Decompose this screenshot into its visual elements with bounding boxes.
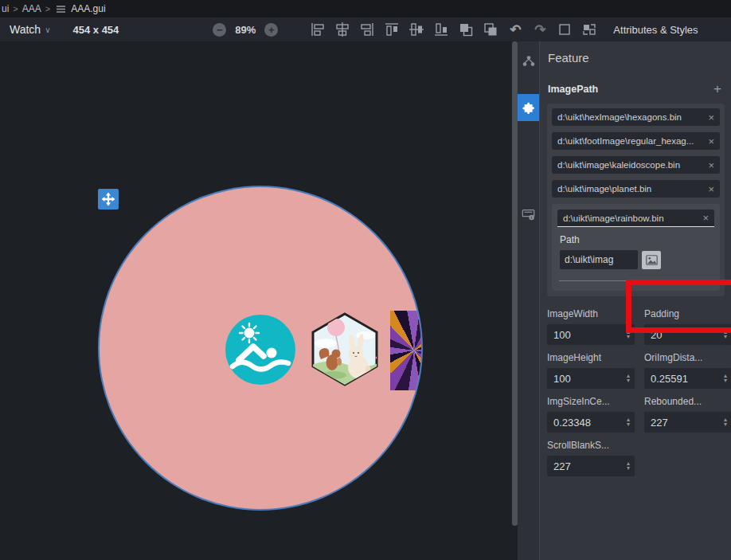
breadcrumb: ui > AAA > AAA.gui xyxy=(0,0,731,18)
feature-section-title: Feature xyxy=(548,51,725,65)
kaleidoscope-item-image[interactable] xyxy=(390,311,421,390)
zoom-out-button[interactable]: − xyxy=(213,23,226,37)
group-separator xyxy=(559,280,713,281)
canvas-vertical-scrollbar[interactable] xyxy=(512,41,518,526)
alignment-toolbar: ↶ ↷ xyxy=(310,22,597,37)
layout-swap-icon[interactable] xyxy=(581,22,597,37)
imagepath-row[interactable]: d:\uikt\image\planet.bin × xyxy=(552,180,720,198)
align-center-horizontal-icon[interactable] xyxy=(334,22,350,37)
imagepath-value: d:\uikt\footImage\regular_hexag... xyxy=(557,136,705,146)
toolbar: Watch ∨ 454 x 454 − 89% + xyxy=(0,18,731,41)
remove-path-icon[interactable]: × xyxy=(702,212,709,224)
field-label: Rebounded... xyxy=(644,396,731,407)
imagewidth-input[interactable] xyxy=(547,329,622,341)
breadcrumb-item-ui[interactable]: ui xyxy=(2,3,9,14)
field-padding: Padding ▴▾ xyxy=(644,308,731,345)
move-handle-icon[interactable] xyxy=(98,189,119,210)
field-label: ImageHeight xyxy=(547,352,635,363)
bunny-hexagon-item-image[interactable] xyxy=(310,311,380,387)
imagepath-expanded-group: d:\uikt\image\rainbow.bin × Path xyxy=(552,204,720,291)
field-label: Padding xyxy=(644,308,731,319)
field-imgsizeincenter: ImgSizeInCe... ▴▾ xyxy=(547,396,635,433)
remove-path-icon[interactable]: × xyxy=(708,112,714,123)
imgsizeincenter-input[interactable] xyxy=(547,417,622,429)
watch-label: Watch xyxy=(10,23,41,36)
stepper-buttons[interactable]: ▴▾ xyxy=(719,330,731,339)
breadcrumb-separator: > xyxy=(13,4,18,14)
gui-file-icon xyxy=(56,5,66,14)
align-right-icon[interactable] xyxy=(359,22,375,37)
send-backward-icon[interactable] xyxy=(483,22,498,37)
oriimgdistance-input[interactable] xyxy=(644,373,719,385)
add-imagepath-button[interactable]: + xyxy=(711,82,724,96)
align-bottom-icon[interactable] xyxy=(433,22,449,37)
remove-path-icon[interactable]: × xyxy=(708,183,714,195)
selection-box-icon[interactable] xyxy=(557,22,573,37)
app-window: ui > AAA > AAA.gui Watch ∨ 454 x 454 − 8… xyxy=(0,0,731,560)
imagepath-row[interactable]: d:\uikt\footImage\regular_hexag... × xyxy=(552,132,720,150)
bring-forward-icon[interactable] xyxy=(458,22,474,37)
attributes-panel: Feature ImagePath + d:\uikt\hexImage\hex… xyxy=(539,41,731,560)
redo-icon[interactable]: ↷ xyxy=(532,22,548,37)
imagepath-row[interactable]: d:\uikt\image\kaleidoscope.bin × xyxy=(552,156,720,174)
zoom-level: 89% xyxy=(235,24,256,36)
breadcrumb-file[interactable]: AAA.gui xyxy=(71,3,105,14)
imagepath-value: d:\uikt\image\kaleidoscope.bin xyxy=(557,160,705,170)
imagepath-header: ImagePath + xyxy=(548,82,724,96)
imagepath-list: d:\uikt\hexImage\hexagons.bin × d:\uikt\… xyxy=(547,104,725,296)
feature-tab-icon[interactable] xyxy=(518,94,539,121)
stepper-buttons[interactable]: ▴▾ xyxy=(719,374,731,383)
rebounded-input[interactable] xyxy=(644,417,719,429)
field-label: OriImgDista... xyxy=(644,352,731,363)
stepper-buttons[interactable]: ▴▾ xyxy=(622,330,635,339)
imagepath-value: d:\uikt\hexImage\hexagons.bin xyxy=(557,112,705,122)
align-left-icon[interactable] xyxy=(310,22,326,37)
path-input[interactable] xyxy=(560,250,638,269)
circular-scrollview-widget[interactable] xyxy=(100,187,421,509)
panel-title: Attributes & Styles xyxy=(613,24,698,36)
stepper-buttons[interactable]: ▴▾ xyxy=(622,461,635,471)
path-field-label: Path xyxy=(560,234,714,245)
canvas-dimensions: 454 x 454 xyxy=(72,24,119,36)
stepper-buttons[interactable]: ▴▾ xyxy=(719,417,731,427)
imagepath-label: ImagePath xyxy=(548,84,598,95)
feature-fields: ImageWidth ▴▾ Padding ▴▾ Image xyxy=(547,308,725,484)
field-imageheight: ImageHeight ▴▾ xyxy=(547,352,635,389)
field-imagewidth: ImageWidth ▴▾ xyxy=(547,308,635,345)
align-top-icon[interactable] xyxy=(384,22,400,37)
field-oriimgdistance: OriImgDista... ▴▾ xyxy=(644,352,731,389)
imageheight-input[interactable] xyxy=(547,373,622,385)
field-label: ImgSizeInCe... xyxy=(547,396,635,407)
breadcrumb-item-aaa[interactable]: AAA xyxy=(22,3,41,14)
image-picker-button[interactable] xyxy=(642,251,661,269)
remove-path-icon[interactable]: × xyxy=(708,159,714,171)
scrollblanksize-input[interactable] xyxy=(547,460,622,472)
breadcrumb-separator: > xyxy=(45,4,50,14)
remove-path-icon[interactable]: × xyxy=(708,135,714,147)
zoom-in-button[interactable]: + xyxy=(264,23,278,37)
chevron-down-icon: ∨ xyxy=(45,25,50,34)
field-label: ImageWidth xyxy=(547,308,635,319)
field-scrollblanksize: ScrollBlankS... ▴▾ xyxy=(547,440,635,476)
watch-dropdown[interactable]: Watch ∨ xyxy=(10,23,50,36)
zoom-controls: − 89% + xyxy=(213,23,278,37)
design-canvas[interactable] xyxy=(0,41,518,560)
undo-icon[interactable]: ↶ xyxy=(507,22,523,37)
field-label: ScrollBlankS... xyxy=(547,440,635,451)
panel-tab-strip: i xyxy=(518,41,539,560)
padding-input[interactable] xyxy=(644,329,719,341)
imagepath-row-selected[interactable]: d:\uikt\image\rainbow.bin × xyxy=(557,210,714,227)
form-info-tab-icon[interactable]: i xyxy=(518,201,539,228)
hierarchy-tab-icon[interactable] xyxy=(518,48,539,75)
swimming-item-image[interactable] xyxy=(225,315,295,385)
imagepath-value: d:\uikt\image\rainbow.bin xyxy=(563,213,699,223)
path-input-row xyxy=(560,250,714,269)
stepper-buttons[interactable]: ▴▾ xyxy=(622,417,635,427)
align-center-vertical-icon[interactable] xyxy=(408,22,424,37)
stepper-buttons[interactable]: ▴▾ xyxy=(622,374,635,383)
imagepath-value: d:\uikt\image\planet.bin xyxy=(557,184,705,194)
imagepath-row[interactable]: d:\uikt\hexImage\hexagons.bin × xyxy=(552,108,720,126)
field-rebounded: Rebounded... ▴▾ xyxy=(644,396,731,433)
